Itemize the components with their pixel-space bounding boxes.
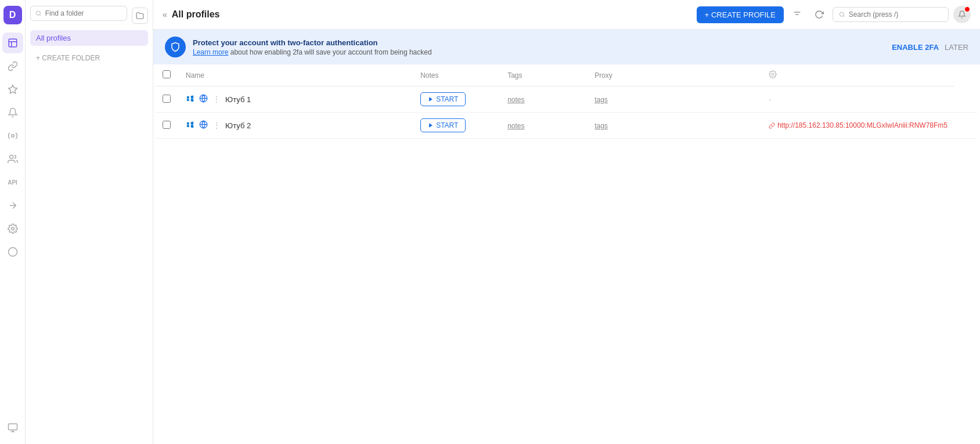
notification-badge	[964, 6, 970, 12]
start-btn-cell: START	[413, 86, 500, 113]
tags-link-1[interactable]: tags	[595, 122, 608, 130]
profiles-table: Name Notes Tags Proxy ⋮ Ютуб 1	[156, 64, 978, 139]
nav-settings[interactable]	[2, 218, 23, 239]
row-notes-cell: notes	[500, 86, 588, 113]
banner-description: Learn more about how enabling 2fa will s…	[193, 48, 432, 56]
notes-link-0[interactable]: notes	[507, 96, 524, 104]
start-button-1[interactable]: START	[420, 118, 466, 132]
profile-name: Ютуб 2	[225, 121, 251, 130]
row-checkbox-cell	[156, 113, 179, 139]
tags-link-0[interactable]: tags	[595, 96, 608, 104]
row-proxy-cell: -	[762, 86, 954, 113]
svg-point-11	[840, 12, 844, 16]
row-tags-cell: tags	[588, 86, 762, 113]
os-windows-icon	[186, 94, 194, 104]
nav-team[interactable]	[2, 149, 23, 169]
notification-bell[interactable]	[953, 6, 971, 23]
row-more-icon[interactable]: ⋮	[212, 121, 221, 130]
search-icon	[35, 10, 42, 17]
nav-extensions[interactable]	[2, 125, 23, 146]
row-name-cell: ⋮ Ютуб 2	[179, 113, 413, 139]
row-name-cell: ⋮ Ютуб 1	[179, 86, 413, 113]
top-bar-actions: + CREATE PROFILE	[697, 6, 971, 23]
nav-api[interactable]: API	[2, 172, 23, 193]
nav-boost[interactable]	[2, 79, 23, 100]
row-proxy-cell: http://185.162.130.85:10000:MLGxIwIAniii…	[762, 113, 954, 139]
svg-point-2	[11, 135, 14, 138]
page-title: All profiles	[172, 9, 220, 20]
folder-search-input[interactable]	[45, 9, 122, 17]
row-settings-cell	[954, 113, 978, 139]
banner-title: Protect your account with two-factor aut…	[193, 38, 432, 47]
svg-rect-0	[9, 39, 17, 47]
app-logo: D	[3, 6, 22, 24]
nav-notifications[interactable]	[2, 102, 23, 123]
all-profiles-nav-item[interactable]: All profiles	[30, 30, 148, 46]
th-notes: Notes	[413, 64, 500, 86]
row-notes-cell: notes	[500, 113, 588, 139]
nav-launch[interactable]	[2, 195, 23, 216]
notes-link-1[interactable]: notes	[507, 122, 524, 130]
profile-name: Ютуб 1	[225, 95, 251, 104]
row-more-icon[interactable]: ⋮	[212, 95, 221, 104]
th-name: Name	[179, 64, 413, 86]
search-box[interactable]	[833, 7, 949, 22]
folder-add-icon-btn[interactable]	[132, 8, 148, 24]
os-windows-icon	[186, 120, 194, 131]
learn-more-link[interactable]: Learn more	[193, 48, 228, 56]
svg-rect-6	[8, 424, 17, 430]
banner-shield-icon	[165, 37, 186, 57]
create-folder-button[interactable]: + CREATE FOLDER	[30, 50, 148, 66]
search-input[interactable]	[849, 10, 942, 19]
folder-sidebar: All profiles + CREATE FOLDER	[26, 0, 153, 444]
enable-2fa-button[interactable]: ENABLE 2FA	[892, 43, 939, 52]
svg-point-7	[36, 11, 40, 15]
nav-screen[interactable]	[2, 417, 23, 438]
start-button-0[interactable]: START	[420, 92, 466, 106]
table-row: ⋮ Ютуб 1 START notes tags -	[156, 86, 978, 113]
row-settings-cell	[954, 86, 978, 113]
svg-point-4	[11, 228, 14, 230]
row-checkbox-1[interactable]	[163, 121, 171, 129]
select-all-checkbox[interactable]	[163, 70, 171, 78]
folder-search-box[interactable]	[30, 6, 127, 21]
proxy-link-1[interactable]: http://185.162.130.85:10000:MLGxIwIAniii…	[769, 121, 947, 129]
svg-marker-15	[429, 97, 433, 102]
main-content: « All profiles + CREATE PROFILE	[153, 0, 980, 444]
browser-globe-icon	[199, 120, 208, 131]
top-bar: « All profiles + CREATE PROFILE	[153, 0, 980, 30]
th-proxy: Proxy	[588, 64, 762, 86]
proxy-dash-0: -	[769, 95, 771, 104]
svg-marker-1	[8, 85, 17, 93]
th-settings	[762, 64, 954, 86]
row-tags-cell: tags	[588, 113, 762, 139]
svg-point-3	[9, 155, 13, 158]
create-profile-button[interactable]: + CREATE PROFILE	[697, 6, 784, 23]
nav-tag[interactable]	[2, 241, 23, 262]
back-arrow-icon[interactable]: «	[163, 10, 167, 19]
row-checkbox-cell	[156, 86, 179, 113]
banner-text: Protect your account with two-factor aut…	[193, 38, 432, 56]
row-checkbox-0[interactable]	[163, 95, 171, 103]
profiles-table-area: Name Notes Tags Proxy ⋮ Ютуб 1	[153, 64, 980, 444]
icon-sidebar: D API	[0, 0, 26, 444]
th-tags: Tags	[500, 64, 588, 86]
th-select-all	[156, 64, 179, 86]
filter-icon-btn[interactable]	[788, 6, 806, 23]
nav-links[interactable]	[2, 56, 23, 77]
svg-point-5	[8, 248, 17, 257]
refresh-icon-btn[interactable]	[810, 6, 828, 23]
table-row: ⋮ Ютуб 2 START notes tags http://185.162…	[156, 113, 978, 139]
svg-marker-18	[429, 123, 433, 128]
later-button[interactable]: LATER	[945, 43, 968, 52]
svg-point-12	[772, 73, 774, 75]
search-icon-top	[839, 11, 845, 18]
security-banner: Protect your account with two-factor aut…	[153, 30, 980, 64]
nav-profiles[interactable]	[2, 33, 23, 53]
start-btn-cell: START	[413, 113, 500, 139]
browser-globe-icon	[199, 94, 208, 104]
